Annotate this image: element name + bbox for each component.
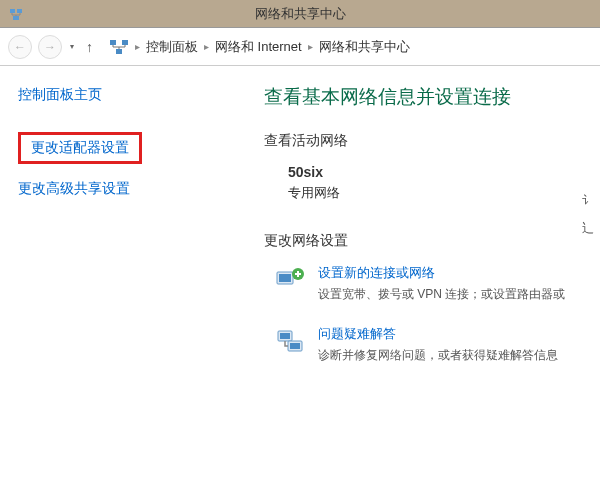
troubleshoot-desc: 诊断并修复网络问题，或者获得疑难解答信息 [318, 347, 600, 364]
chevron-right-icon: ▸ [204, 41, 209, 52]
setting-body: 设置新的连接或网络 设置宽带、拨号或 VPN 连接；或设置路由器或 [318, 264, 600, 303]
svg-rect-0 [10, 9, 15, 13]
history-dropdown-icon[interactable]: ▾ [70, 42, 74, 51]
setting-new-connection: 设置新的连接或网络 设置宽带、拨号或 VPN 连接；或设置路由器或 [274, 264, 600, 303]
right-label-0: 讠 [582, 186, 594, 214]
new-connection-icon [274, 264, 306, 296]
content-area: 控制面板主页 更改适配器设置 更改高级共享设置 查看基本网络信息并设置连接 查看… [0, 66, 600, 500]
back-button[interactable]: ← [8, 35, 32, 59]
change-advanced-sharing-link[interactable]: 更改高级共享设置 [18, 180, 212, 198]
svg-rect-1 [17, 9, 22, 13]
sidebar: 控制面板主页 更改适配器设置 更改高级共享设置 [0, 66, 230, 500]
svg-rect-5 [116, 49, 122, 54]
svg-rect-7 [279, 274, 291, 282]
network-center-icon [109, 38, 129, 56]
troubleshoot-icon [274, 325, 306, 357]
change-adapter-settings-link[interactable]: 更改适配器设置 [31, 139, 129, 157]
highlight-box: 更改适配器设置 [18, 132, 142, 164]
setting-troubleshoot: 问题疑难解答 诊断并修复网络问题，或者获得疑难解答信息 [274, 325, 600, 364]
troubleshoot-link[interactable]: 问题疑难解答 [318, 325, 396, 343]
up-button[interactable]: ↑ [86, 39, 93, 55]
chevron-right-icon: ▸ [308, 41, 313, 52]
change-settings-heading: 更改网络设置 [264, 232, 600, 250]
new-connection-link[interactable]: 设置新的连接或网络 [318, 264, 435, 282]
breadcrumb: ▸ 控制面板 ▸ 网络和 Internet ▸ 网络和共享中心 [109, 38, 410, 56]
app-icon [8, 6, 24, 22]
network-name: 50six [288, 164, 600, 180]
forward-button[interactable]: → [38, 35, 62, 59]
network-type: 专用网络 [288, 184, 600, 202]
svg-rect-10 [280, 333, 290, 339]
breadcrumb-network-internet[interactable]: 网络和 Internet [215, 38, 302, 56]
svg-rect-12 [290, 343, 300, 349]
breadcrumb-network-sharing[interactable]: 网络和共享中心 [319, 38, 410, 56]
arrow-left-icon: ← [14, 40, 26, 54]
control-panel-home-link[interactable]: 控制面板主页 [18, 86, 212, 104]
nav-bar: ← → ▾ ↑ ▸ 控制面板 ▸ 网络和 Internet ▸ 网络和共享中心 [0, 28, 600, 66]
title-bar: 网络和共享中心 [0, 0, 600, 28]
breadcrumb-control-panel[interactable]: 控制面板 [146, 38, 198, 56]
window-title: 网络和共享中心 [255, 5, 346, 23]
active-networks-heading: 查看活动网络 [264, 132, 600, 150]
network-entry: 50six 专用网络 [288, 164, 600, 202]
setting-body: 问题疑难解答 诊断并修复网络问题，或者获得疑难解答信息 [318, 325, 600, 364]
right-label-1: 辶 [582, 214, 594, 242]
main-panel: 查看基本网络信息并设置连接 查看活动网络 50six 专用网络 讠 辶 更改网络… [230, 66, 600, 500]
arrow-right-icon: → [44, 40, 56, 54]
new-connection-desc: 设置宽带、拨号或 VPN 连接；或设置路由器或 [318, 286, 600, 303]
svg-rect-3 [110, 40, 116, 45]
svg-rect-4 [122, 40, 128, 45]
page-title: 查看基本网络信息并设置连接 [264, 84, 600, 110]
chevron-right-icon: ▸ [135, 41, 140, 52]
right-edge-labels: 讠 辶 [582, 186, 594, 242]
svg-rect-2 [13, 16, 19, 20]
